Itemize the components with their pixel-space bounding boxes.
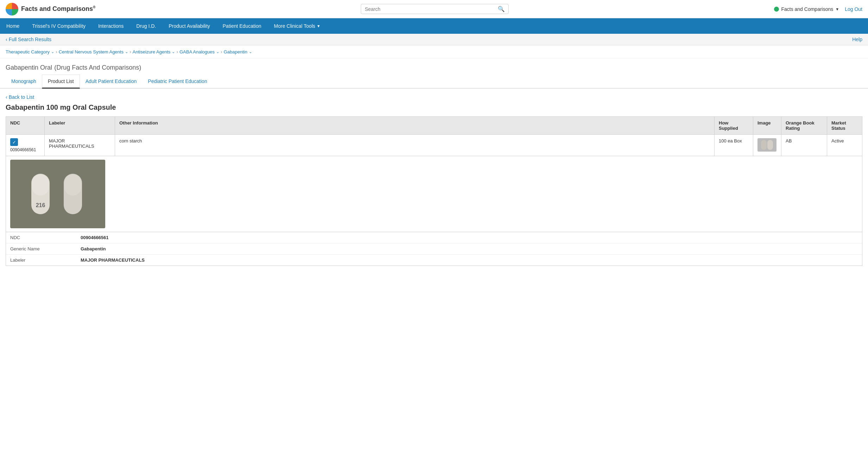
- svg-text:216: 216: [36, 202, 45, 208]
- col-header-labeler: Labeler: [45, 117, 115, 135]
- details-label-labeler: Labeler: [10, 257, 81, 263]
- logo-icon: [6, 3, 18, 15]
- labeler-cell: MAJOR PHARMACEUTICALS: [45, 135, 115, 156]
- svg-rect-2: [32, 174, 49, 196]
- brand-selector[interactable]: Facts and Comparisons ▼: [774, 6, 839, 12]
- tab-pediatric-patient-education[interactable]: Pediatric Patient Education: [142, 75, 213, 89]
- market-status-cell: Active: [827, 135, 862, 156]
- col-header-market: Market Status: [827, 117, 862, 135]
- brand-dot-icon: [774, 7, 779, 12]
- content-area: ‹ Back to List Gabapentin 100 mg Oral Ca…: [0, 89, 868, 272]
- logout-link[interactable]: Log Out: [845, 6, 862, 12]
- details-row-ndc: NDC 00904666561: [6, 232, 862, 243]
- breadcrumb-bar: ‹ Full Search Results Help: [0, 34, 868, 45]
- col-header-how: How Supplied: [715, 117, 753, 135]
- pill-thumbnail[interactable]: [757, 138, 776, 152]
- details-section: NDC 00904666561 Generic Name Gabapentin …: [6, 232, 862, 266]
- details-value-generic: Gabapentin: [81, 246, 858, 251]
- therapeutic-breadcrumb: Therapeutic Category ⌄ › Central Nervous…: [0, 45, 868, 58]
- nav-item-home[interactable]: Home: [0, 18, 26, 34]
- image-cell[interactable]: [753, 135, 781, 156]
- orange-book-cell: AB: [781, 135, 827, 156]
- pill-image-large: 216: [10, 160, 105, 228]
- details-label-generic: Generic Name: [10, 246, 81, 251]
- logo-text: Facts and Comparisons®: [21, 5, 95, 13]
- col-header-image: Image: [753, 117, 781, 135]
- top-header: Facts and Comparisons® 🔍 Facts and Compa…: [0, 0, 868, 18]
- search-box[interactable]: 🔍: [361, 4, 509, 14]
- back-to-search-link[interactable]: ‹ Full Search Results: [6, 37, 51, 42]
- details-row-labeler: Labeler MAJOR PHARMACEUTICALS: [6, 255, 862, 266]
- details-row-generic: Generic Name Gabapentin: [6, 243, 862, 255]
- page-title: Gabapentin Oral (Drug Facts And Comparis…: [6, 63, 862, 72]
- page-title-area: Gabapentin Oral (Drug Facts And Comparis…: [0, 58, 868, 72]
- breadcrumb-gabapentin[interactable]: Gabapentin ⌄: [224, 49, 252, 55]
- ndc-number: 00904666561: [10, 147, 40, 152]
- details-value-ndc: 00904666561: [81, 235, 858, 240]
- table-row: ✓ 00904666561 MAJOR PHARMACEUTICALS corn…: [6, 135, 862, 156]
- nav-item-interactions[interactable]: Interactions: [92, 18, 130, 34]
- nav-item-more-clinical[interactable]: More Clinical Tools ▼: [268, 18, 327, 34]
- breadcrumb-cns[interactable]: Central Nervous System Agents ⌄: [59, 49, 128, 55]
- tab-monograph[interactable]: Monograph: [6, 75, 42, 89]
- ndc-cell: ✓ 00904666561: [6, 135, 45, 156]
- image-expanded-row: 216: [6, 156, 862, 232]
- ndc-checkbox[interactable]: ✓: [10, 138, 18, 146]
- chevron-down-icon: ▼: [835, 7, 839, 11]
- chevron-left-icon: ‹: [6, 94, 7, 100]
- breadcrumb-gaba[interactable]: GABA Analogues ⌄: [180, 49, 219, 55]
- image-expanded-cell: 216: [6, 156, 862, 232]
- chevron-left-icon: ‹: [6, 37, 7, 42]
- tab-adult-patient-education[interactable]: Adult Patient Education: [80, 75, 143, 89]
- pill-svg: 216: [10, 160, 105, 228]
- logo-area: Facts and Comparisons®: [6, 3, 95, 15]
- chevron-down-icon: ⌄: [249, 50, 252, 54]
- chevron-down-icon: ▼: [317, 24, 321, 28]
- search-icon: 🔍: [498, 6, 505, 12]
- chevron-down-icon: ⌄: [172, 50, 175, 54]
- nav-item-patient-education[interactable]: Patient Education: [216, 18, 268, 34]
- chevron-down-icon: ⌄: [216, 50, 219, 54]
- breadcrumb-therapeutic[interactable]: Therapeutic Category ⌄: [6, 49, 54, 55]
- search-input[interactable]: [365, 6, 495, 12]
- svg-rect-4: [64, 174, 81, 196]
- col-header-ndc: NDC: [6, 117, 45, 135]
- details-label-ndc: NDC: [10, 235, 81, 240]
- top-right: Facts and Comparisons ▼ Log Out: [774, 6, 862, 12]
- product-heading: Gabapentin 100 mg Oral Capsule: [6, 103, 862, 111]
- tabs-area: Monograph Product List Adult Patient Edu…: [0, 75, 868, 89]
- nav-bar: Home Trissel's IV Compatibility Interact…: [0, 18, 868, 34]
- help-link[interactable]: Help: [852, 37, 862, 42]
- nav-item-drug-id[interactable]: Drug I.D.: [130, 18, 162, 34]
- back-to-list-link[interactable]: ‹ Back to List: [6, 94, 862, 100]
- pill-mini-image: [761, 140, 773, 150]
- breadcrumb-antiseizure[interactable]: Antiseizure Agents ⌄: [133, 49, 175, 55]
- product-table: NDC Labeler Other Information How Suppli…: [6, 116, 862, 232]
- details-value-labeler: MAJOR PHARMACEUTICALS: [81, 257, 858, 263]
- how-supplied-cell: 100 ea Box: [715, 135, 753, 156]
- nav-item-trissel[interactable]: Trissel's IV Compatibility: [26, 18, 92, 34]
- chevron-down-icon: ⌄: [125, 50, 128, 54]
- col-header-other: Other Information: [115, 117, 715, 135]
- col-header-orange: Orange Book Rating: [781, 117, 827, 135]
- tab-product-list[interactable]: Product List: [42, 75, 80, 89]
- chevron-down-icon: ⌄: [51, 50, 54, 54]
- svg-rect-0: [10, 160, 105, 228]
- nav-item-product-availability[interactable]: Product Availability: [162, 18, 216, 34]
- other-info-cell: corn starch: [115, 135, 715, 156]
